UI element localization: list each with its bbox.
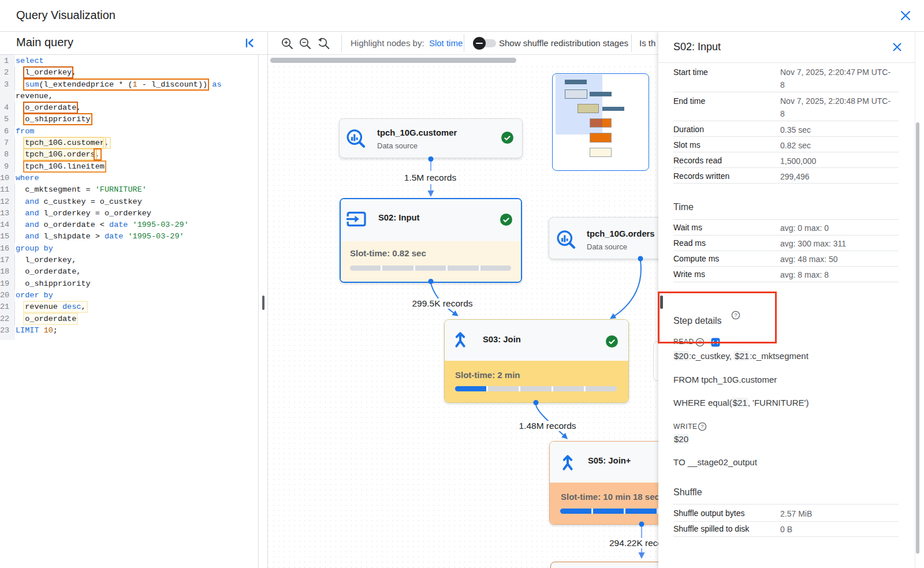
- svg-text:?: ?: [701, 423, 703, 429]
